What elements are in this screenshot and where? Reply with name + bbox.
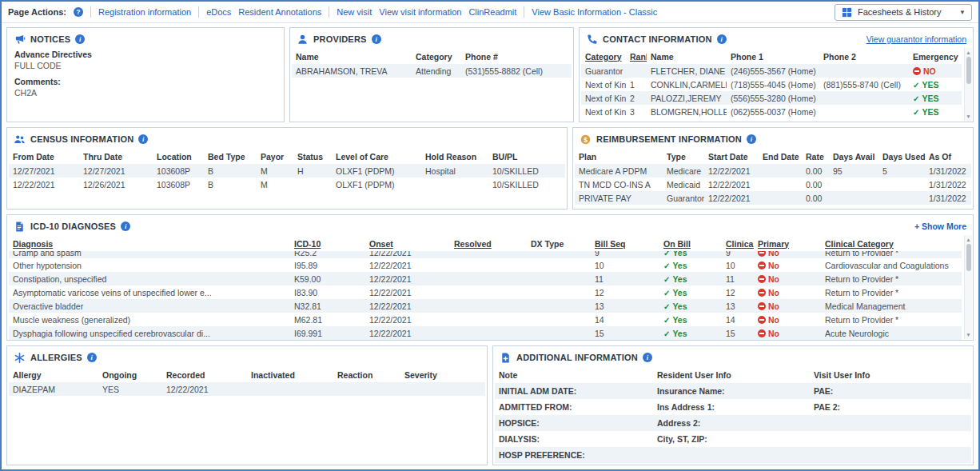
diagnoses-scrollbar[interactable] [964, 235, 972, 339]
table-cell: Return to Provider * [821, 287, 962, 298]
column-header[interactable]: On Bill [659, 238, 722, 249]
panel-title: ALLERGIES [30, 353, 82, 362]
table-cell [333, 389, 400, 390]
panel-title: ADDITIONAL INFORMATION [516, 353, 638, 362]
info-icon[interactable] [372, 34, 381, 44]
link-view-basic-information-classic[interactable]: View Basic Information - Classic [532, 7, 657, 17]
scroll-up-icon[interactable] [966, 49, 970, 56]
link-view-visit-information[interactable]: View visit information [379, 7, 461, 17]
check-icon: ✓ [663, 275, 670, 284]
link-edocs[interactable]: eDocs [206, 7, 231, 17]
table-cell: No [754, 273, 821, 285]
table-cell: K59.00 [290, 273, 365, 285]
table-cell: I95.89 [290, 260, 365, 271]
table-cell: 12/22/2021 [365, 301, 450, 312]
table-cell: ABRAHAMSON, TREVA [292, 66, 412, 77]
info-icon[interactable] [717, 34, 727, 44]
column-header[interactable]: Primary [754, 238, 821, 249]
show-more-link[interactable]: + Show More [914, 222, 966, 231]
table-cell: NO [909, 66, 962, 77]
panels-row-1: NOTICES Advance Directives FULL CODE Com… [6, 27, 974, 122]
table-row: Other hypotensionI95.8912/22/202110✓Yes1… [9, 258, 962, 272]
scrollbar-thumb[interactable] [966, 244, 971, 271]
table-row: 12/22/202112/26/2021103608PBMOLXF1 (PDPM… [9, 178, 565, 191]
status-text: Yes [672, 251, 687, 257]
table-cell: 12/22/2021 [704, 166, 759, 177]
column-header: Phone 1 [727, 51, 819, 62]
column-header[interactable]: Onset [365, 238, 450, 249]
column-header[interactable]: Clinical [722, 238, 754, 249]
link-clinreadmit[interactable]: ClinReadmit [468, 7, 516, 17]
table-cell: 11 [591, 273, 659, 285]
table-cell: ✓YES [909, 93, 962, 104]
table-header-row: CategoryRankNamePhone 1Phone 2Emergency [581, 49, 962, 64]
check-icon: ✓ [663, 316, 670, 325]
table-cell [450, 265, 527, 266]
column-header[interactable]: Diagnosis [9, 238, 290, 249]
info-icon[interactable] [138, 134, 148, 144]
view-selector-value: Facesheets & History [858, 7, 942, 17]
panel-title: ICD-10 DIAGNOSES [30, 222, 116, 231]
table-row: Dysphagia following unspecified cerebrov… [9, 326, 962, 340]
contact-scrollbar[interactable] [964, 48, 972, 121]
scroll-down-icon[interactable] [966, 113, 970, 120]
link-new-visit[interactable]: New visit [337, 7, 372, 17]
table-cell: ✓Yes [659, 287, 722, 298]
panel-header: CENSUS INFORMATION [7, 128, 567, 148]
column-header: Bed Type [204, 151, 257, 162]
info-icon[interactable] [87, 353, 97, 362]
column-header: Emergency [909, 51, 962, 62]
column-header[interactable]: Bill Seq [591, 238, 659, 249]
status-text: No [768, 301, 779, 311]
panel-header: NOTICES [7, 28, 284, 48]
table-cell: B [204, 166, 257, 177]
table-cell: 5 [878, 166, 925, 177]
help-icon[interactable] [74, 7, 83, 17]
column-header: Location [153, 151, 204, 162]
table-cell: 95 [829, 166, 878, 177]
column-header: Level of Care [332, 151, 421, 162]
info-icon[interactable] [747, 134, 756, 144]
table-cell: B [204, 179, 257, 190]
view-guarantor-link[interactable]: View guarantor information [866, 34, 966, 44]
table-cell: Asymptomatic varicose veins of unspecifi… [9, 287, 290, 298]
panel-providers: PROVIDERS NameCategoryPhone #ABRAHAMSON,… [289, 27, 574, 122]
panel-allergies: ALLERGIES AllergyOngoingRecordedInactiva… [6, 345, 488, 465]
census-table: From DateThru DateLocationBed TypePayorS… [9, 149, 565, 191]
panel-header: ICD-10 DIAGNOSES + Show More [7, 215, 973, 235]
table-cell: No [754, 314, 821, 325]
panels-row-3: ICD-10 DIAGNOSES + Show More DiagnosisIC… [6, 214, 974, 341]
table-header-row: NoteResident User InfoVisit User Info [495, 367, 971, 383]
scroll-down-icon[interactable] [966, 331, 970, 338]
info-icon[interactable] [75, 34, 85, 44]
table-cell: Cardiovascular and Coagulations [821, 260, 962, 271]
table-cell: Hospital [421, 166, 488, 177]
table-cell: INITIAL ADM DATE: [495, 385, 653, 397]
table-cell: 12/22/2021 [365, 273, 450, 285]
divider [198, 6, 199, 18]
table-cell: 13 [591, 301, 659, 312]
column-header: Rate [802, 151, 829, 162]
column-header: End Date [759, 151, 802, 162]
check-icon: ✓ [913, 94, 919, 103]
link-resident-annotations[interactable]: Resident Annotations [238, 7, 321, 17]
column-header[interactable]: Rank [626, 51, 647, 62]
check-icon: ✓ [663, 329, 670, 338]
column-header[interactable]: Clinical Category [821, 238, 962, 249]
table-cell: M [257, 166, 293, 177]
column-header[interactable]: Resolved [450, 238, 527, 249]
column-header[interactable]: Category [581, 51, 626, 62]
column-header[interactable]: ICD-10 [290, 238, 365, 249]
table-cell: M62.81 [290, 314, 365, 325]
scroll-up-icon[interactable] [966, 236, 970, 243]
table-cell [450, 319, 527, 321]
info-icon[interactable] [121, 222, 130, 231]
table-cell: Next of Kin [581, 93, 626, 104]
scrollbar-thumb[interactable] [966, 57, 971, 84]
table-cell: PALOZZI,JEREMY [647, 93, 727, 104]
view-selector-dropdown[interactable]: Facesheets & History [835, 4, 972, 21]
info-icon[interactable] [643, 353, 652, 362]
check-icon: ✓ [663, 289, 670, 297]
link-registration-information[interactable]: Registration information [98, 7, 191, 17]
table-cell [450, 333, 527, 334]
